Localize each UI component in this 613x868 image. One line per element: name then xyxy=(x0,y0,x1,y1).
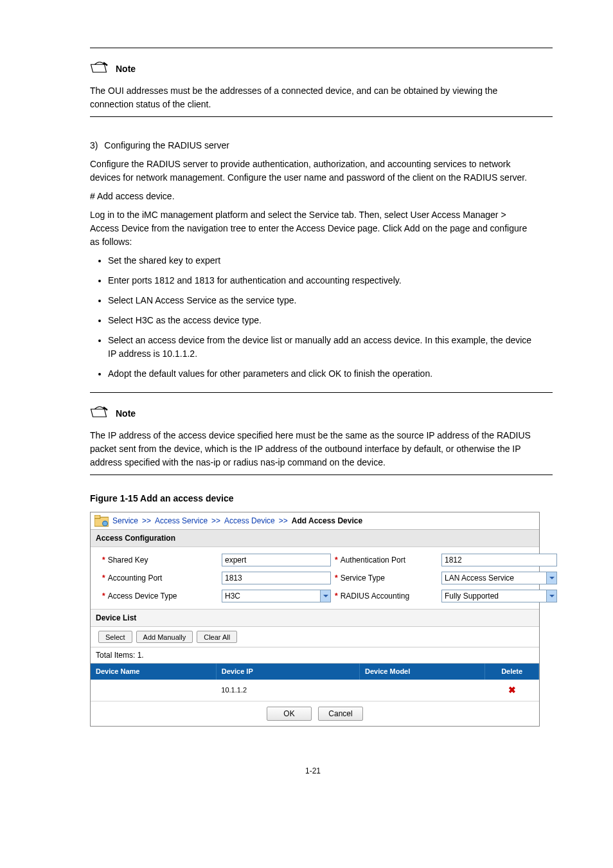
add-manually-button[interactable]: Add Manually xyxy=(136,631,193,643)
cell-delete: ✖ xyxy=(485,680,539,701)
radius-accounting-label: *RADIUS Accounting xyxy=(335,590,438,602)
separator-rule xyxy=(90,48,553,48)
ok-button[interactable]: OK xyxy=(267,707,312,721)
acct-port-label: *Accounting Port xyxy=(102,572,218,584)
acct-port-input[interactable] xyxy=(222,572,331,584)
select-value: LAN Access Service xyxy=(445,572,514,584)
note-icon xyxy=(90,61,109,77)
note-block-1: Note xyxy=(90,61,536,77)
step-number: 3) xyxy=(90,140,98,150)
col-device-ip: Device IP xyxy=(216,664,359,680)
cell-device-model xyxy=(359,680,484,701)
chevron-down-icon xyxy=(546,572,556,584)
note1-text: The OUI addresses must be the addresses … xyxy=(90,84,536,111)
breadcrumb-link-service[interactable]: Service xyxy=(112,515,138,527)
select-value: H3C xyxy=(225,590,240,602)
total-items-label: Total Items: 1. xyxy=(91,647,539,664)
cell-device-name xyxy=(91,680,216,701)
breadcrumb-separator: >> xyxy=(279,515,288,527)
device-list-buttons: Select Add Manually Clear All xyxy=(91,627,539,647)
cancel-button[interactable]: Cancel xyxy=(318,707,363,721)
note-icon xyxy=(90,406,109,421)
col-device-name: Device Name xyxy=(91,664,216,680)
svg-point-2 xyxy=(103,521,108,527)
step1-title: Add access device. xyxy=(97,191,175,201)
col-delete: Delete xyxy=(485,664,539,680)
list-item: Enter ports 1812 and 1813 for authentica… xyxy=(108,274,536,287)
list-item: Select LAN Access Service as the service… xyxy=(108,294,536,307)
device-list-table: Device Name Device IP Device Model Delet… xyxy=(91,664,539,701)
chevron-down-icon xyxy=(546,590,556,602)
auth-port-label: *Authentication Port xyxy=(335,554,438,566)
step3-body: Log in to the iMC management platform an… xyxy=(90,208,536,249)
svg-rect-1 xyxy=(94,515,100,518)
list-item: Set the shared key to expert xyxy=(108,254,536,267)
dialog-actions: OK Cancel xyxy=(91,701,539,726)
col-device-model: Device Model xyxy=(359,664,484,680)
chevron-down-icon xyxy=(320,590,330,602)
access-configuration-header: Access Configuration xyxy=(91,529,539,547)
separator-rule xyxy=(90,116,553,117)
note2-text: The IP address of the access device spec… xyxy=(90,429,536,469)
step1-prefix: # xyxy=(90,191,97,201)
steps-list: Set the shared key to expert Enter ports… xyxy=(90,254,536,381)
page-number: 1-21 xyxy=(90,765,536,777)
select-value: Fully Supported xyxy=(445,590,499,602)
select-button[interactable]: Select xyxy=(98,631,132,643)
step-title: Configuring the RADIUS server xyxy=(104,140,229,150)
step3-intro: Configure the RADIUS server to provide a… xyxy=(90,158,536,185)
access-configuration-grid: *Shared Key *Authentication Port *Accoun… xyxy=(91,547,539,609)
breadcrumb-link-access-service[interactable]: Access Service xyxy=(155,515,208,527)
step3-step1: # Add access device. xyxy=(90,190,536,203)
step-3-heading: 3) Configuring the RADIUS server xyxy=(90,139,536,152)
device-type-label: *Access Device Type xyxy=(102,590,218,602)
table-row: 10.1.1.2 ✖ xyxy=(91,680,539,701)
breadcrumb: Service >> Access Service >> Access Devi… xyxy=(91,512,539,529)
delete-icon[interactable]: ✖ xyxy=(508,685,516,695)
note-block-2: Note xyxy=(90,406,536,421)
separator-rule xyxy=(90,475,553,475)
breadcrumb-separator: >> xyxy=(142,515,151,527)
list-item: Select an access device from the device … xyxy=(108,334,536,361)
list-item: Adopt the default values for other param… xyxy=(108,367,536,381)
service-type-select[interactable]: LAN Access Service xyxy=(441,572,557,584)
breadcrumb-link-access-device[interactable]: Access Device xyxy=(224,515,275,527)
auth-port-input[interactable] xyxy=(441,554,557,566)
add-access-device-screenshot: Service >> Access Service >> Access Devi… xyxy=(90,512,540,727)
device-type-select[interactable]: H3C xyxy=(222,590,331,602)
breadcrumb-separator: >> xyxy=(211,515,220,527)
note-label: Note xyxy=(116,62,136,76)
breadcrumb-current: Add Access Device xyxy=(292,515,362,527)
service-type-label: *Service Type xyxy=(335,572,438,584)
list-item: Select H3C as the access device type. xyxy=(108,314,536,327)
cell-device-ip: 10.1.1.2 xyxy=(216,680,359,701)
shared-key-label: *Shared Key xyxy=(102,554,218,566)
table-header-row: Device Name Device IP Device Model Delet… xyxy=(91,664,539,680)
figure-label: Figure 1-15 Add an access device xyxy=(90,492,536,505)
service-folder-icon xyxy=(94,515,109,527)
shared-key-input[interactable] xyxy=(222,554,331,566)
radius-accounting-select[interactable]: Fully Supported xyxy=(441,590,557,602)
device-list-header: Device List xyxy=(91,609,539,627)
clear-all-button[interactable]: Clear All xyxy=(197,631,237,643)
note-label: Note xyxy=(116,407,136,420)
separator-rule xyxy=(90,392,553,393)
